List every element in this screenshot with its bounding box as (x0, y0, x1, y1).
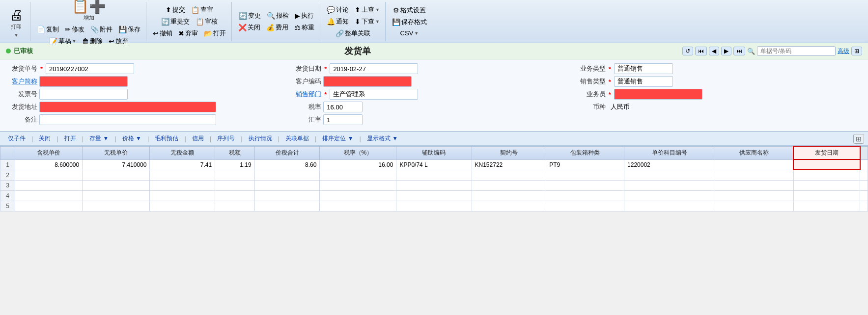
print-dropdown-arrow[interactable]: ▼ (14, 33, 19, 38)
execute-button[interactable]: ▶ 执行 (292, 10, 316, 21)
notax-amount-cell[interactable] (150, 190, 215, 201)
tax-amount-cell[interactable]: 1.19 (215, 159, 255, 170)
ship-date-cell[interactable] (793, 201, 860, 211)
customer-label[interactable]: 客户简称 (8, 77, 37, 86)
unit-code-cell[interactable] (624, 190, 715, 201)
margin-btn[interactable]: 毛利预估 (151, 133, 182, 144)
save-button[interactable]: 💾 保存 (116, 24, 143, 35)
pkg-type-cell[interactable]: PT9 (546, 159, 624, 170)
resubmit-button[interactable]: 🔄 重提交 (159, 16, 192, 27)
scrollbar-cell[interactable] (860, 170, 868, 180)
up-query-button[interactable]: ⬆ 上查 ▼ (352, 4, 382, 15)
save-format-button[interactable]: 💾 保存格式 (390, 17, 429, 27)
dept-label[interactable]: 销售部门 (292, 90, 321, 99)
notax-price-cell[interactable] (83, 170, 150, 180)
grid-close-btn[interactable]: 关闭 (35, 133, 55, 144)
modify-button[interactable]: ✏ 修改 (62, 24, 87, 35)
row-num-cell[interactable]: 3 (0, 180, 15, 190)
prev-button[interactable]: ◀ (709, 47, 719, 55)
display-format-btn[interactable]: 显示格式 ▼ (363, 133, 402, 144)
cancel-submit-button[interactable]: ↩ 撤销 (150, 28, 175, 39)
advanced-search-button[interactable]: 高级 (838, 47, 849, 55)
scrollbar-cell[interactable] (860, 190, 868, 201)
row-num-cell[interactable]: 1 (0, 159, 15, 170)
table-row[interactable]: 2 (0, 170, 868, 180)
scrollbar-cell[interactable] (860, 201, 868, 211)
notax-amount-cell[interactable] (150, 201, 215, 211)
total-cell[interactable] (254, 180, 320, 190)
pkg-type-cell[interactable] (546, 190, 624, 201)
notax-price-cell[interactable] (83, 180, 150, 190)
notax-amount-cell[interactable] (150, 180, 215, 190)
tax-rate-cell[interactable] (320, 201, 396, 211)
linked-order-btn[interactable]: 关联单据 (281, 133, 313, 144)
ship-date-cell[interactable] (793, 180, 860, 190)
total-cell[interactable] (254, 201, 320, 211)
aux-code-cell[interactable] (396, 170, 472, 180)
tax-price-cell[interactable] (15, 201, 83, 211)
aux-code-cell[interactable] (396, 201, 472, 211)
attachment-button[interactable]: 📎 附件 (88, 24, 115, 35)
credit-btn[interactable]: 信用 (188, 133, 208, 144)
next-button[interactable]: ▶ (721, 47, 731, 55)
table-row[interactable]: 4 (0, 190, 868, 201)
submit-button[interactable]: ⬆ 提交 (163, 4, 188, 15)
tax-amount-cell[interactable] (215, 170, 255, 180)
serial-btn[interactable]: 序列号 (213, 133, 239, 144)
expand-button[interactable]: ⊞ (851, 47, 862, 55)
inspect-button[interactable]: 🔍 报检 (264, 10, 291, 21)
ship-date-cell[interactable] (793, 190, 860, 201)
tax-rate-cell[interactable] (320, 180, 396, 190)
table-row[interactable]: 5 (0, 201, 868, 211)
print-button[interactable]: 🖨 打印 (5, 5, 27, 32)
tax-rate-cell[interactable] (320, 170, 396, 180)
pkg-type-cell[interactable] (546, 180, 624, 190)
aux-code-cell[interactable]: KPP0/74 L (396, 159, 472, 170)
table-row[interactable]: 18.6000007.4100007.411.198.6016.00KPP0/7… (0, 159, 868, 170)
notax-price-cell[interactable]: 7.410000 (83, 159, 150, 170)
supplier-cell[interactable] (715, 190, 794, 201)
unit-code-cell[interactable] (624, 201, 715, 211)
tax-price-cell[interactable]: 8.600000 (15, 159, 83, 170)
first-button[interactable]: ⏮ (695, 47, 707, 55)
contract-no-cell[interactable] (472, 180, 546, 190)
audit-button[interactable]: 📋 查审 (189, 4, 216, 15)
search-input[interactable] (757, 46, 836, 56)
tax-amount-cell[interactable] (215, 201, 255, 211)
change-button[interactable]: 🔄 变更 (236, 10, 263, 21)
price-btn[interactable]: 价格 ▼ (118, 133, 145, 144)
total-cell[interactable] (254, 190, 320, 201)
csv-button[interactable]: CSV ▼ (398, 28, 421, 38)
notax-price-cell[interactable] (83, 201, 150, 211)
refresh-button[interactable]: ↺ (682, 47, 693, 55)
abandon-audit-button[interactable]: ✖ 弃审 (176, 28, 200, 39)
notax-amount-cell[interactable] (150, 170, 215, 180)
contract-no-cell[interactable]: KN152722 (472, 159, 546, 170)
exec-status-btn[interactable]: 执行情况 (245, 133, 276, 144)
notax-price-cell[interactable] (83, 190, 150, 201)
tax-rate-cell[interactable]: 16.00 (320, 159, 396, 170)
tax-rate-cell[interactable] (320, 190, 396, 201)
unit-code-cell[interactable] (624, 170, 715, 180)
ship-date-cell[interactable] (793, 159, 860, 170)
row-num-cell[interactable]: 4 (0, 190, 15, 201)
total-cell[interactable] (254, 170, 320, 180)
unit-code-cell[interactable] (624, 180, 715, 190)
notify-button[interactable]: 🔔 通知 (324, 16, 351, 27)
contract-no-cell[interactable] (472, 190, 546, 201)
notax-amount-cell[interactable]: 7.41 (150, 159, 215, 170)
fee-button[interactable]: 💰 费用 (264, 22, 291, 33)
last-button[interactable]: ⏭ (733, 47, 745, 55)
only-children-btn[interactable]: 仅子件 (4, 133, 29, 144)
discuss-button[interactable]: 💬 讨论 (324, 4, 351, 15)
open-button[interactable]: 📂 打开 (201, 28, 228, 39)
aux-code-cell[interactable] (396, 190, 472, 201)
stock-btn[interactable]: 存量 ▼ (85, 133, 112, 144)
grid-open-btn[interactable]: 打开 (60, 133, 80, 144)
format-settings-button[interactable]: ⚙ 格式设置 (391, 5, 428, 16)
grid-expand-button[interactable]: ⊞ (853, 134, 864, 144)
sort-btn[interactable]: 排序定位 ▼ (318, 133, 357, 144)
copy-button[interactable]: 📄 复制 (34, 24, 61, 35)
close-button[interactable]: ❌ 关闭 (236, 22, 263, 33)
supplier-cell[interactable] (715, 180, 794, 190)
